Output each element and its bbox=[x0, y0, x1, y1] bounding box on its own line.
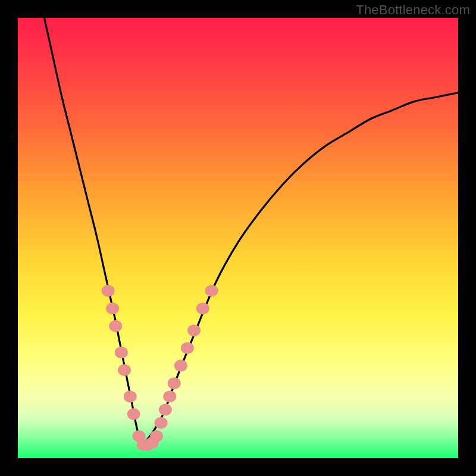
marker-dot bbox=[187, 324, 201, 336]
marker-dot bbox=[102, 285, 115, 297]
right-branch-curve bbox=[141, 93, 458, 445]
marker-dot bbox=[181, 342, 194, 354]
marker-dot bbox=[150, 430, 163, 442]
marker-dot bbox=[163, 390, 176, 402]
marker-dot bbox=[174, 360, 187, 372]
watermark-text: TheBottleneck.com bbox=[356, 2, 470, 18]
marker-dot bbox=[106, 302, 119, 314]
marker-dot bbox=[124, 390, 137, 402]
marker-dot bbox=[118, 364, 131, 376]
plot-area bbox=[18, 18, 458, 458]
curve-svg bbox=[18, 18, 458, 458]
marker-dot bbox=[109, 320, 122, 332]
marker-dot bbox=[115, 346, 128, 358]
marker-dots bbox=[102, 285, 218, 451]
marker-dot bbox=[127, 408, 140, 420]
left-branch-curve bbox=[44, 18, 141, 445]
chart-frame: TheBottleneck.com bbox=[0, 0, 476, 476]
marker-dot bbox=[205, 285, 218, 297]
marker-dot bbox=[159, 404, 172, 416]
marker-dot bbox=[196, 302, 209, 314]
marker-dot bbox=[155, 417, 168, 429]
marker-dot bbox=[168, 377, 181, 389]
